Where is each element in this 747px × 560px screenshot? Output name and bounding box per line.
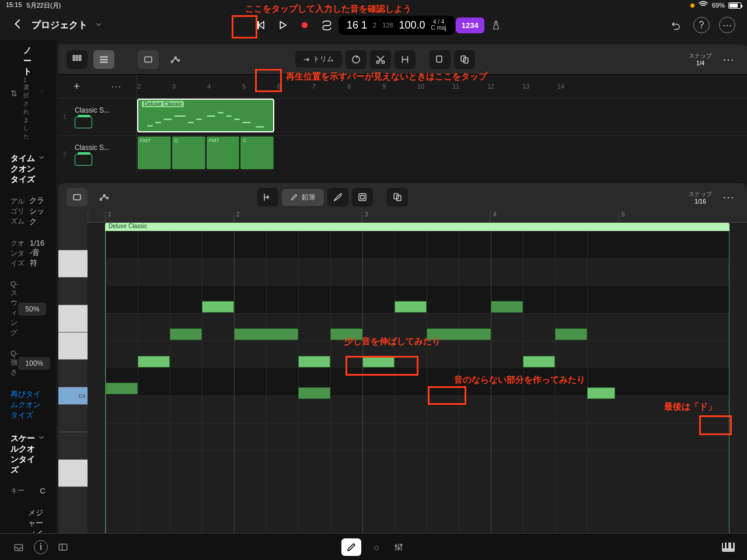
midi-region[interactable]: Deluxe Classic <box>137 99 274 132</box>
updown-icon[interactable]: ⇅ <box>11 89 18 98</box>
back-icon[interactable] <box>12 18 25 33</box>
region-view-button[interactable] <box>67 188 88 206</box>
metronome-button[interactable] <box>486 15 507 36</box>
battery-icon <box>728 2 741 9</box>
svg-rect-33 <box>359 194 366 201</box>
automation-button[interactable] <box>165 50 186 69</box>
svg-rect-4 <box>73 58 75 60</box>
paste-button[interactable] <box>387 188 408 206</box>
svg-point-11 <box>352 56 359 63</box>
info-icon[interactable]: i <box>34 540 48 554</box>
tracks-ruler[interactable]: 234 567 8910 111213 14 <box>137 75 747 98</box>
piano-roll-grid[interactable]: 12 34 5 Deluxe Classic <box>88 211 747 547</box>
project-title[interactable]: プロジェクト <box>32 19 88 32</box>
more-icon[interactable]: ⋯ <box>719 17 735 33</box>
insert-button[interactable] <box>257 188 278 206</box>
svg-rect-45 <box>727 542 728 548</box>
marquee-button[interactable] <box>138 50 159 69</box>
chord-region[interactable]: FM7 G FM7 C <box>137 136 274 170</box>
location-icon <box>690 4 694 8</box>
list-view-button[interactable] <box>93 50 114 69</box>
wifi-icon <box>698 0 708 11</box>
cycle-button[interactable] <box>316 15 337 36</box>
svg-point-10 <box>178 60 180 61</box>
lcd-display[interactable]: 16 1 2 128 100.0 4 / 4C maj <box>338 16 455 35</box>
record-button[interactable] <box>294 15 315 36</box>
transport: 16 1 2 128 100.0 4 / 4C maj 1234 <box>250 15 507 36</box>
swing-value[interactable]: 50% <box>18 303 46 316</box>
piano-keys[interactable]: C4 <box>58 211 88 547</box>
play-button[interactable] <box>272 15 293 36</box>
status-bar: 15:155月22日(月) 69% <box>0 0 747 10</box>
key-c4: C4 <box>58 387 88 405</box>
count-in-button[interactable]: 1234 <box>456 18 484 33</box>
app-header: プロジェクト 16 1 2 128 100.0 4 / 4C maj 1234 … <box>0 10 747 40</box>
svg-rect-46 <box>731 542 733 548</box>
svg-rect-38 <box>59 544 67 550</box>
section-scale-quantize[interactable]: スケールクオンタイズ <box>11 426 46 480</box>
edit-mode-button[interactable] <box>341 538 361 556</box>
quant-value[interactable]: 1/16 -音符 <box>30 239 46 268</box>
tracks-area: + ⋯ 234 567 8910 111213 14 1 Classic S..… <box>58 75 747 178</box>
mixer-icon[interactable] <box>392 540 406 554</box>
bottom-bar: i ☼ <box>0 533 747 560</box>
inbox-icon[interactable] <box>12 540 26 554</box>
quant-label: クオンタイズ <box>11 239 30 268</box>
strength-value[interactable]: 100% <box>18 357 50 370</box>
track-row[interactable]: 1 Classic S... Deluxe Classic <box>58 98 747 135</box>
brightness-icon[interactable]: ☼ <box>369 540 383 554</box>
svg-point-32 <box>107 197 109 199</box>
help-icon[interactable]: ? <box>693 17 710 33</box>
section-time-quantize[interactable]: タイムクオンタイズ <box>11 146 46 190</box>
svg-rect-1 <box>73 55 75 57</box>
cut-button[interactable] <box>370 50 391 69</box>
key-value[interactable]: C <box>40 487 46 495</box>
automation-view-button[interactable] <box>93 188 114 206</box>
key-label: キー <box>11 486 25 496</box>
join-button[interactable] <box>395 50 416 69</box>
svg-rect-44 <box>723 542 725 548</box>
inspector-sidebar: ⇅ ノート 1 選択されました タイムクオンタイズ アルゴリズムクラシック クオ… <box>0 40 56 547</box>
piano-roll-editor: 鉛筆 スナップ 1/16 ⋯ C4 <box>58 183 747 547</box>
copy-button[interactable] <box>430 50 451 69</box>
swing-label: Q-スウィング <box>11 280 18 338</box>
goto-start-button[interactable] <box>250 15 271 36</box>
keyboard-icon[interactable] <box>721 540 735 554</box>
undo-icon[interactable] <box>668 17 684 33</box>
brush-button[interactable] <box>327 188 348 206</box>
loop-button[interactable] <box>345 50 366 69</box>
svg-rect-5 <box>76 58 78 60</box>
chevron-icon[interactable] <box>39 89 46 97</box>
strength-label: Q-強さ <box>11 349 18 377</box>
inspector-subtitle: 1 選択されました <box>23 77 33 141</box>
editor-more-button[interactable]: ⋯ <box>718 188 739 206</box>
pencil-tool-button[interactable]: 鉛筆 <box>282 189 324 206</box>
re-time-quantize[interactable]: 再びタイムクオンタイズ <box>11 383 46 426</box>
tracks-toolbar: ⇥トリム スナップ 1/4 ⋯ <box>58 44 747 75</box>
track-row[interactable]: 2 Classic S... FM7 G FM7 C <box>58 135 747 173</box>
trim-button[interactable]: ⇥トリム <box>295 51 342 68</box>
grid-view-button[interactable] <box>67 50 88 69</box>
snap-select[interactable]: スナップ 1/4 <box>689 52 712 66</box>
add-track-button[interactable]: + <box>74 80 80 93</box>
piano-icon <box>75 154 92 166</box>
panel-icon[interactable] <box>56 540 70 554</box>
editor-toolbar: 鉛筆 スナップ 1/16 ⋯ <box>58 183 747 211</box>
svg-rect-34 <box>361 195 364 199</box>
algo-value[interactable]: クラシック <box>29 195 46 227</box>
paste-button[interactable] <box>454 50 475 69</box>
svg-rect-2 <box>76 55 78 57</box>
piano-icon <box>75 117 92 128</box>
more-button[interactable]: ⋯ <box>718 50 739 69</box>
track-options-button[interactable]: ⋯ <box>111 80 121 93</box>
editor-region-header: Deluxe Classic <box>105 223 729 231</box>
svg-rect-7 <box>145 57 152 62</box>
svg-rect-6 <box>79 58 81 60</box>
editor-ruler[interactable]: 12 34 5 <box>88 211 747 223</box>
svg-rect-3 <box>79 55 81 57</box>
inspector-title: ノート <box>23 46 33 77</box>
svg-rect-29 <box>74 195 81 200</box>
view-button[interactable] <box>352 188 373 206</box>
chevron-down-icon[interactable] <box>95 20 103 30</box>
editor-snap-select[interactable]: スナップ 1/16 <box>689 190 712 205</box>
